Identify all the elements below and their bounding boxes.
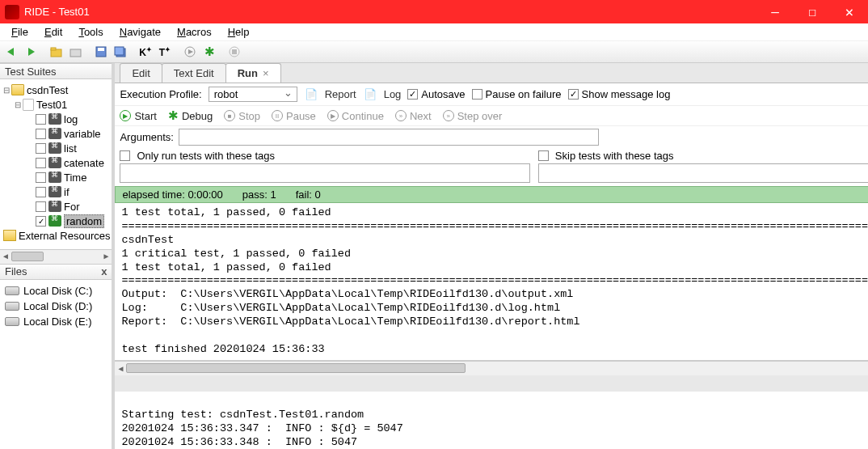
tab-run[interactable]: Run× <box>225 63 281 83</box>
only-tags-input[interactable] <box>120 163 529 183</box>
drive-item[interactable]: Local Disk (E:) <box>5 314 107 329</box>
drive-label: Local Disk (D:) <box>23 300 92 312</box>
svg-rect-3 <box>51 48 56 50</box>
start-button[interactable]: ▶Start <box>120 110 156 122</box>
tree-item-label: if <box>64 186 70 198</box>
log-file-icon: 📄 <box>363 87 377 102</box>
disk-icon <box>5 302 19 311</box>
save-button[interactable] <box>92 43 110 61</box>
tree-checkbox[interactable] <box>36 187 46 197</box>
tree-checkbox[interactable] <box>36 201 46 212</box>
files-list[interactable]: Local Disk (C:)Local Disk (D:)Local Disk… <box>0 280 112 450</box>
close-button[interactable]: × <box>831 0 868 23</box>
tree-external[interactable]: External Resources <box>2 228 110 243</box>
skip-tags-checkbox[interactable] <box>538 150 549 161</box>
svg-marker-1 <box>28 48 35 56</box>
tree-item-if[interactable]: if <box>2 184 110 199</box>
open-button[interactable] <box>48 43 65 61</box>
svg-rect-6 <box>98 48 104 51</box>
folder-icon <box>11 84 24 95</box>
menu-tools[interactable]: Tools <box>70 24 111 40</box>
menu-navigate[interactable]: Navigate <box>112 24 169 40</box>
tree-checkbox[interactable] <box>36 129 46 139</box>
run-page: Execution Profile: robot 📄 Report 📄 Log … <box>115 83 868 449</box>
saveall-button[interactable] <box>112 43 129 61</box>
debug-button[interactable]: ✱Debug <box>168 108 213 123</box>
continue-button[interactable]: ▶Continue <box>327 110 384 122</box>
skip-tags-input[interactable] <box>538 163 868 183</box>
arguments-input[interactable] <box>179 129 599 146</box>
splitter[interactable] <box>115 375 868 392</box>
menu-help[interactable]: Help <box>220 24 258 40</box>
keyword-t-button[interactable]: T✦ <box>156 43 174 61</box>
minimize-button[interactable]: — <box>756 0 794 23</box>
drive-item[interactable]: Local Disk (C:) <box>5 283 107 299</box>
forward-button[interactable] <box>23 43 40 61</box>
tree-hscrollbar[interactable]: ◄► <box>0 249 112 264</box>
tree-checkbox[interactable] <box>36 143 46 154</box>
stepover-button[interactable]: »Step over <box>443 110 503 122</box>
status-pass: pass: 1 <box>242 188 276 201</box>
titlebar: RIDE - Test01 — ☐ × <box>0 0 868 23</box>
pause-on-failure-checkbox[interactable] <box>472 89 482 100</box>
keyword-icon <box>48 157 61 168</box>
only-tags-checkbox[interactable] <box>120 150 130 161</box>
tree-item-list[interactable]: list <box>2 141 110 155</box>
test-suites-tree[interactable]: ⊟csdnTest ⊟Test01 logvariablelistcatenat… <box>0 79 112 249</box>
pause-button[interactable]: IIPause <box>272 110 316 122</box>
next-button[interactable]: »Next <box>395 110 432 122</box>
stop-button[interactable]: ■Stop <box>224 110 260 122</box>
menu-macros[interactable]: Macros <box>169 24 220 40</box>
tree-item-variable[interactable]: variable <box>2 126 110 141</box>
tab-edit[interactable]: Edit <box>120 63 162 83</box>
tree-item-random[interactable]: ✓random <box>2 214 110 228</box>
tab-textedit[interactable]: Text Edit <box>162 63 226 83</box>
maximize-button[interactable]: ☐ <box>794 0 831 23</box>
tree-item-For[interactable]: For <box>2 199 110 214</box>
tree-item-log[interactable]: log <box>2 112 110 126</box>
tree-item-Time[interactable]: Time <box>2 170 110 184</box>
keyword-icon <box>48 142 61 154</box>
keyword-icon <box>48 172 61 183</box>
tree-checkbox[interactable] <box>36 172 46 183</box>
status-elapsed: elapsed time: 0:00:00 <box>122 188 222 201</box>
test-suites-header: Test Suites <box>0 63 112 79</box>
log-link[interactable]: Log <box>384 88 402 100</box>
run-button[interactable] <box>181 43 199 61</box>
controls-row: ▶Start ✱Debug ■Stop IIPause ▶Continue »N… <box>115 106 868 126</box>
debug-button[interactable]: ✱ <box>200 43 218 61</box>
show-msg-log-checkbox[interactable]: ✓ <box>568 89 579 100</box>
drive-item[interactable]: Local Disk (D:) <box>5 299 107 314</box>
svg-marker-0 <box>7 48 14 56</box>
svg-rect-12 <box>232 49 237 54</box>
drive-label: Local Disk (C:) <box>23 285 92 297</box>
files-close-button[interactable]: x <box>101 265 107 277</box>
report-link[interactable]: Report <box>325 88 356 100</box>
menu-edit[interactable]: Edit <box>36 24 70 40</box>
tree-item-label: variable <box>64 128 101 140</box>
keyword-icon <box>48 113 61 125</box>
menu-file[interactable]: File <box>3 24 36 40</box>
exec-profile-select[interactable]: robot <box>209 87 297 102</box>
tree-checkbox[interactable]: ✓ <box>36 216 46 227</box>
back-button[interactable] <box>3 43 21 61</box>
status-bar: elapsed time: 0:00:00 pass: 1 fail: 0 <box>115 186 868 203</box>
keyword-k-button[interactable]: K✦ <box>137 43 154 61</box>
folder-icon <box>3 230 16 241</box>
tree-checkbox[interactable] <box>36 114 46 125</box>
stop-tb-button[interactable] <box>225 43 243 61</box>
output-log[interactable]: 1 test total, 1 passed, 0 failed =======… <box>115 203 868 361</box>
tree-root[interactable]: ⊟csdnTest <box>2 83 110 97</box>
autosave-checkbox[interactable]: ✓ <box>407 89 418 100</box>
output-hscrollbar[interactable]: ◄► <box>115 361 868 375</box>
message-log[interactable]: Starting test: csdnTest.Test01.random 20… <box>115 392 868 449</box>
tree-checkbox[interactable] <box>36 158 46 168</box>
close-icon[interactable]: × <box>263 67 269 79</box>
tags-row: Only run tests with these tags Skip test… <box>115 148 868 186</box>
disk-icon <box>5 286 19 295</box>
open2-button[interactable] <box>67 43 85 61</box>
tree-item-label: random <box>64 215 104 227</box>
tree-item-catenate[interactable]: catenate <box>2 155 110 170</box>
tree-suite[interactable]: ⊟Test01 <box>2 97 110 112</box>
tree-item-label: Time <box>64 172 86 184</box>
